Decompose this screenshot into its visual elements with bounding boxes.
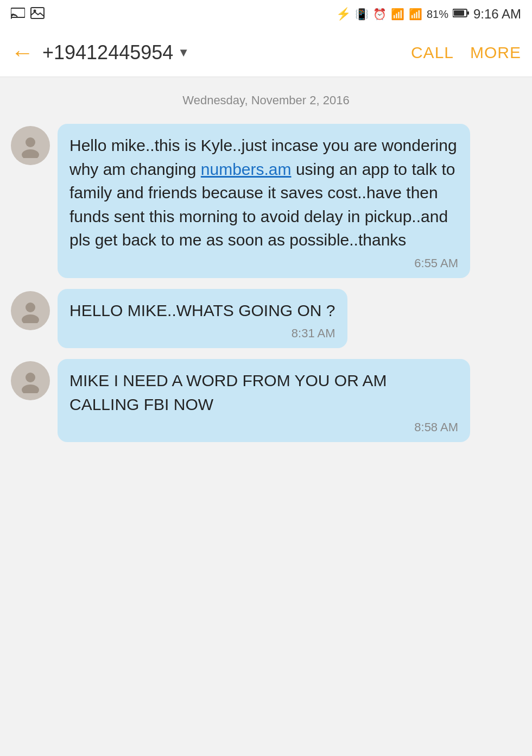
message-time: 8:58 AM (69, 420, 458, 434)
message-text: HELLO MIKE..WHATS GOING ON ? (69, 299, 335, 323)
message-bubble: Hello mike..this is Kyle..just incase yo… (58, 124, 470, 278)
bluetooth-icon: ⚡ (336, 7, 351, 21)
wifi-icon: 📶 (391, 8, 404, 21)
svg-point-12 (22, 385, 39, 393)
svg-rect-0 (11, 8, 25, 17)
back-button[interactable]: ← (11, 41, 34, 64)
battery-percentage: 81% (427, 8, 448, 21)
message-link[interactable]: numbers.am (201, 160, 292, 178)
svg-rect-6 (467, 11, 469, 15)
svg-point-8 (22, 149, 39, 158)
status-time: 9:16 AM (473, 7, 521, 22)
svg-point-11 (26, 373, 35, 382)
message-text: Hello mike..this is Kyle..just incase yo… (69, 134, 458, 252)
avatar (11, 361, 50, 400)
battery-icon (453, 7, 469, 21)
alarm-icon: ⏰ (373, 8, 387, 21)
status-bar: ⚡ 📳 ⏰ 📶 📶 81% 9:16 AM (0, 0, 532, 28)
status-right-icons: ⚡ 📳 ⏰ 📶 📶 81% 9:16 AM (336, 7, 521, 22)
table-row: MIKE I NEED A WORD FROM YOU OR AM CALLIN… (11, 359, 521, 442)
dropdown-icon[interactable]: ▼ (178, 46, 189, 60)
toolbar-actions: CALL MORE (411, 43, 521, 62)
message-bubble: HELLO MIKE..WHATS GOING ON ? 8:31 AM (58, 289, 347, 349)
date-separator: Wednesday, November 2, 2016 (11, 83, 521, 113)
phone-number: +19412445954 ▼ (42, 41, 411, 64)
cast-icon (11, 7, 25, 22)
phone-number-text: +19412445954 (42, 41, 173, 64)
more-button[interactable]: MORE (470, 43, 521, 62)
svg-point-10 (22, 314, 39, 323)
signal-icon: 📶 (409, 8, 422, 21)
svg-rect-5 (454, 10, 464, 16)
messages-area: Wednesday, November 2, 2016 Hello mike..… (0, 77, 532, 756)
svg-point-7 (26, 137, 35, 147)
avatar (11, 291, 50, 330)
avatar (11, 126, 50, 165)
message-bubble: MIKE I NEED A WORD FROM YOU OR AM CALLIN… (58, 359, 470, 442)
message-time: 8:31 AM (69, 326, 335, 341)
message-time: 6:55 AM (69, 256, 458, 270)
vibrate-icon: 📳 (355, 8, 369, 21)
call-button[interactable]: CALL (411, 43, 454, 62)
toolbar: ← +19412445954 ▼ CALL MORE (0, 28, 532, 77)
image-icon (30, 7, 45, 22)
status-left-icons (11, 7, 45, 22)
message-text: MIKE I NEED A WORD FROM YOU OR AM CALLIN… (69, 369, 458, 416)
table-row: Hello mike..this is Kyle..just incase yo… (11, 124, 521, 278)
svg-point-9 (26, 303, 35, 312)
table-row: HELLO MIKE..WHATS GOING ON ? 8:31 AM (11, 289, 521, 349)
